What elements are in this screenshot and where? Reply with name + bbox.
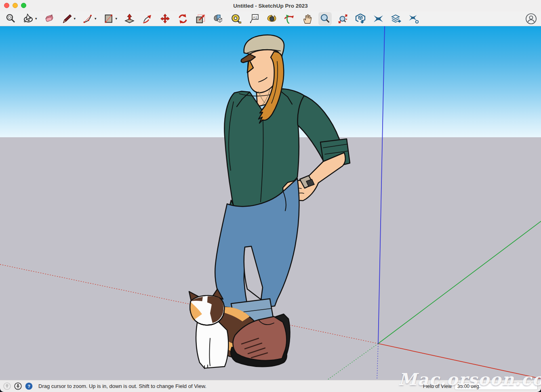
tool-3d-warehouse[interactable] <box>354 12 367 25</box>
measurements-box[interactable]: 35.00 deg. <box>455 383 538 390</box>
tool-push-pull[interactable] <box>123 12 136 25</box>
rotate-icon <box>177 13 188 24</box>
paint-bucket-icon <box>266 13 277 24</box>
account-avatar-icon[interactable] <box>525 13 537 25</box>
toolbar: ▾▾▾▾A1 <box>0 11 541 26</box>
arc-icon <box>82 13 93 24</box>
tool-select[interactable]: ▾ <box>22 12 38 25</box>
tool-follow-me[interactable] <box>141 12 154 25</box>
tool-text[interactable]: A1 <box>247 12 261 25</box>
fullscreen-button[interactable] <box>21 3 26 8</box>
push-pull-icon <box>124 13 135 24</box>
svg-text:?: ? <box>27 384 30 389</box>
tool-pan[interactable] <box>301 12 314 25</box>
extension-warehouse-icon <box>373 13 384 24</box>
eraser-icon <box>44 13 55 24</box>
tool-zoom[interactable] <box>318 12 332 25</box>
tape-measure-icon <box>231 13 242 24</box>
status-bar: ? Drag cursor to zoom. Up is in, down is… <box>0 380 541 392</box>
tool-eraser[interactable] <box>43 12 56 25</box>
traffic-lights <box>4 3 26 8</box>
minimize-button[interactable] <box>13 3 18 8</box>
select-icon <box>23 13 34 24</box>
tool-scale[interactable] <box>194 12 207 25</box>
sketchup-window: Untitled - SketchUp Pro 2023 ▾▾▾▾A1 <box>0 0 541 392</box>
modeling-viewport[interactable] <box>0 26 541 380</box>
tool-tape-measure[interactable] <box>229 12 243 25</box>
tool-orbit[interactable] <box>283 12 296 25</box>
tool-line[interactable]: ▾ <box>61 12 77 25</box>
attribution-icon[interactable] <box>14 382 22 390</box>
line-icon <box>62 13 73 24</box>
tool-send-to-layout[interactable] <box>389 12 403 25</box>
arc-dropdown-caret[interactable]: ▾ <box>95 17 97 21</box>
tool-rotate[interactable] <box>176 12 189 25</box>
close-button[interactable] <box>4 3 9 8</box>
tool-zoom-extents[interactable] <box>336 12 349 25</box>
window-title: Untitled - SketchUp Pro 2023 <box>233 3 308 9</box>
tool-paint-bucket[interactable] <box>265 12 278 25</box>
extension-manager-icon <box>408 13 419 24</box>
scale-icon <box>195 13 206 24</box>
tool-extension-manager[interactable] <box>407 12 421 25</box>
orbit-icon <box>284 13 295 24</box>
3d-warehouse-icon <box>355 13 366 24</box>
zoom-icon <box>320 13 330 24</box>
tool-move[interactable] <box>158 12 172 25</box>
select-dropdown-caret[interactable]: ▾ <box>35 17 37 21</box>
pan-icon <box>302 13 313 24</box>
tool-rectangle[interactable]: ▾ <box>102 12 119 25</box>
follow-me-icon <box>142 13 153 24</box>
measurements-label: Field of View <box>423 384 452 389</box>
help-icon[interactable]: ? <box>25 382 33 390</box>
send-to-layout-icon <box>391 13 402 24</box>
tool-arc[interactable]: ▾ <box>81 12 98 25</box>
search-icon <box>5 13 16 24</box>
text-icon: A1 <box>248 13 259 24</box>
title-bar: Untitled - SketchUp Pro 2023 <box>0 0 541 11</box>
status-message: Drag cursor to zoom. Up is in, down is o… <box>38 383 206 389</box>
make-component-icon <box>213 13 224 24</box>
line-dropdown-caret[interactable]: ▾ <box>74 17 76 21</box>
move-icon <box>160 13 171 24</box>
measurements-area: Field of View 35.00 deg. <box>423 383 538 390</box>
rectangle-icon <box>103 13 114 24</box>
zoom-extents-icon <box>337 13 348 24</box>
svg-text:A1: A1 <box>253 15 257 19</box>
tool-make-component[interactable] <box>212 12 225 25</box>
rectangle-dropdown-caret[interactable]: ▾ <box>116 17 118 21</box>
tool-search[interactable] <box>4 12 17 25</box>
tool-extension-warehouse[interactable] <box>372 12 385 25</box>
geolocation-icon[interactable] <box>3 382 11 390</box>
